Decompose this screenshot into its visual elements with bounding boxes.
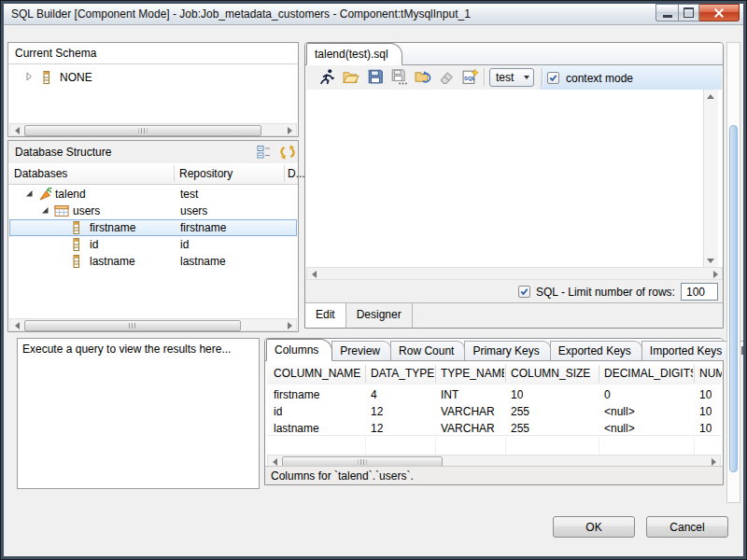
new-sql-editor-icon[interactable]: SQL [461,68,479,85]
minimize-icon [663,15,672,18]
tree-row-lastname[interactable]: lastname lastname [9,253,297,270]
titlebar[interactable]: SQL Builder [Component Mode] - Job:Job_m… [4,4,743,25]
col-header-type-name[interactable]: TYPE_NAME [441,367,504,380]
table-row[interactable]: firstname 4 INT 10 0 10 [267,385,721,402]
col-header-d[interactable]: D... [288,167,305,180]
scrollbar-thumb[interactable] [24,320,241,331]
scroll-down-arrow[interactable] [704,254,717,267]
scroll-left-arrow[interactable] [307,268,320,281]
column-icon [73,221,86,234]
results-folder: Columns Preview Row Count Primary Keys E… [264,338,724,485]
sql-editor-folder: talend(test).sql SQL [304,42,724,329]
sql-toolbar: SQL test context mode [306,65,722,90]
close-button[interactable] [699,4,740,21]
sql-editor-textarea[interactable] [306,90,723,267]
scroll-left-arrow[interactable] [10,124,23,137]
col-header-decimal-digits[interactable]: DECIMAL_DIGITS [604,367,693,380]
col-header-data-type[interactable]: DATA_TYPE [371,367,434,380]
database-structure-panel: Database Structure Databases Repository … [7,140,299,332]
tree-row-users[interactable]: users users [9,203,297,219]
context-combo-value: test [496,71,514,84]
tab-columns[interactable]: Columns [266,339,332,361]
col-header-repository[interactable]: Repository [179,167,233,180]
column-icon [43,71,56,84]
clear-icon[interactable] [438,68,456,85]
results-message: Execute a query to view the results here… [22,343,231,356]
results-message-panel: Execute a query to view the results here… [17,338,260,489]
scroll-up-arrow[interactable] [704,90,717,103]
save-icon[interactable] [367,68,385,85]
editor-vscrollbar [703,90,718,267]
tab-edit[interactable]: Edit [305,303,346,328]
structure-hscrollbar [9,318,297,331]
column-icon [73,238,86,251]
chevron-down-icon [524,76,529,79]
minimize-button[interactable] [655,4,678,21]
collapse-all-icon[interactable] [257,145,272,160]
database-structure-title: Database Structure [15,146,111,159]
col-header-databases[interactable]: Databases [14,167,67,180]
window-vscrollbar [726,42,740,503]
tab-row-count[interactable]: Row Count [390,341,465,360]
table-row[interactable]: lastname 12 VARCHAR 255 <null> 10 [267,418,721,436]
col-header-num[interactable]: NUM [699,367,722,380]
tab-preview[interactable]: Preview [331,341,391,360]
column-icon [73,255,86,268]
schema-item-label: NONE [60,71,92,84]
window-controls [655,4,740,21]
current-schema-title: Current Schema [15,47,96,60]
refresh-query-icon[interactable] [415,68,432,85]
tree-row-talend[interactable]: talend test [9,186,297,203]
editor-hscrollbar [306,267,723,280]
sql-limit-label: SQL - Limit number of rows: [536,286,675,299]
open-file-icon[interactable] [343,68,360,85]
context-mode-label: context mode [566,72,633,85]
sql-limit-checkbox[interactable] [518,286,530,298]
scrollbar-thumb[interactable] [24,125,261,136]
save-as-icon[interactable] [390,68,408,85]
maximize-button[interactable] [678,4,699,21]
tab-sql-file[interactable]: talend(test).sql [306,43,402,65]
expand-expanded-icon[interactable] [24,189,37,202]
scrollbar-thumb[interactable] [729,125,738,472]
tab-imported-keys[interactable]: Imported Keys [641,341,733,360]
table-row[interactable]: id 12 VARCHAR 255 <null> 10 [267,401,721,419]
database-connection-icon [38,187,51,200]
tree-row-none[interactable]: NONE [9,69,297,86]
scroll-right-arrow[interactable] [709,268,722,281]
results-status: Columns for `talend`.`users`. [271,469,414,483]
window-title: SQL Builder [Component Mode] - Job:Job_m… [11,7,471,21]
col-header-column-size[interactable]: COLUMN_SIZE [511,367,598,380]
tab-exported-keys[interactable]: Exported Keys [550,341,642,360]
expand-collapsed-icon[interactable] [24,71,37,84]
table-icon [54,204,67,217]
context-mode-checkbox[interactable] [547,72,559,84]
svg-text:SQL: SQL [464,76,476,81]
expand-expanded-icon[interactable] [40,205,53,218]
tree-row-firstname[interactable]: firstname firstname [9,219,297,236]
scroll-left-arrow[interactable] [10,319,23,332]
scroll-right-arrow[interactable] [283,319,296,332]
sql-builder-dialog: SQL Builder [Component Mode] - Job:Job_m… [0,0,747,560]
scroll-right-arrow[interactable] [283,124,296,137]
tab-designer[interactable]: Designer [346,303,413,328]
schema-hscrollbar [9,123,297,136]
context-combo[interactable]: test [489,68,534,87]
tab-primary-keys[interactable]: Primary Keys [464,341,550,360]
refresh-icon[interactable] [279,144,296,161]
close-icon [714,8,724,18]
maximize-icon [684,7,694,18]
ok-button[interactable]: OK [553,516,635,538]
row-limit-input[interactable] [681,283,718,301]
tree-row-id[interactable]: id id [9,236,297,253]
col-header-column-name[interactable]: COLUMN_NAME [274,367,364,380]
cancel-button[interactable]: Cancel [646,516,728,538]
current-schema-panel: Current Schema NONE [7,42,299,137]
run-query-icon[interactable] [319,68,337,85]
